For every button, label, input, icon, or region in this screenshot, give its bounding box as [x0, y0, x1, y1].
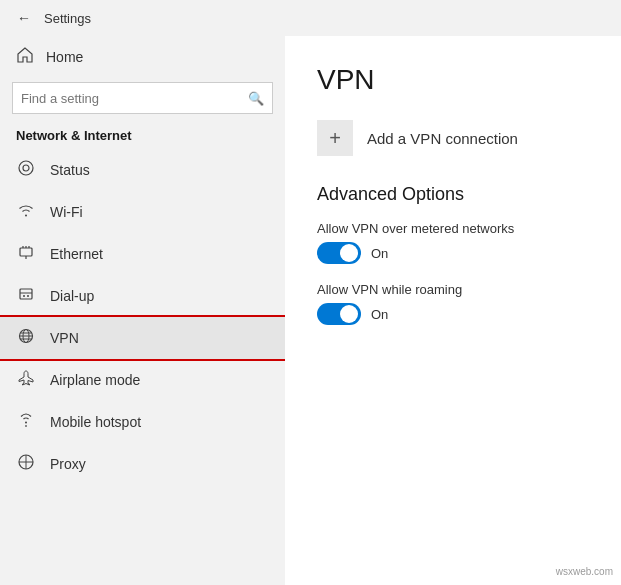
page-title: VPN — [317, 64, 589, 96]
toggle-metered[interactable] — [317, 242, 361, 264]
sidebar-item-proxy[interactable]: Proxy — [0, 443, 285, 485]
toggle-metered-row: On — [317, 242, 589, 264]
svg-point-0 — [19, 161, 33, 175]
sidebar-item-home[interactable]: Home — [0, 36, 285, 78]
watermark: wsxweb.com — [556, 566, 613, 577]
toggle-roaming[interactable] — [317, 303, 361, 325]
add-vpn-button[interactable]: + Add a VPN connection — [317, 120, 589, 156]
back-button[interactable]: ← — [12, 6, 36, 30]
plus-icon: + — [329, 127, 341, 150]
toggle-roaming-label: Allow VPN while roaming — [317, 282, 589, 297]
proxy-label: Proxy — [50, 456, 86, 472]
section-label: Network & Internet — [0, 122, 285, 149]
hotspot-icon — [16, 411, 36, 433]
dialup-icon — [16, 285, 36, 307]
toggle-metered-label: Allow VPN over metered networks — [317, 221, 589, 236]
airplane-icon — [16, 369, 36, 391]
wifi-label: Wi-Fi — [50, 204, 83, 220]
sidebar-item-wifi[interactable]: Wi-Fi — [0, 191, 285, 233]
sidebar-item-dialup[interactable]: Dial-up — [0, 275, 285, 317]
search-input[interactable] — [21, 91, 248, 106]
toggle-roaming-state: On — [371, 307, 388, 322]
add-vpn-icon: + — [317, 120, 353, 156]
sidebar-item-airplane[interactable]: Airplane mode — [0, 359, 285, 401]
hotspot-label: Mobile hotspot — [50, 414, 141, 430]
ethernet-icon — [16, 243, 36, 265]
vpn-label: VPN — [50, 330, 79, 346]
vpn-icon — [16, 327, 36, 349]
home-icon — [16, 46, 34, 68]
right-panel: VPN + Add a VPN connection Advanced Opti… — [285, 36, 621, 585]
toggle-section-roaming: Allow VPN while roaming On — [317, 282, 589, 325]
svg-point-1 — [23, 165, 29, 171]
add-vpn-label: Add a VPN connection — [367, 130, 518, 147]
svg-point-10 — [27, 295, 29, 297]
ethernet-label: Ethernet — [50, 246, 103, 262]
svg-point-9 — [23, 295, 25, 297]
title-bar-text: Settings — [44, 11, 91, 26]
sidebar: Home 🔍 Network & Internet Status — [0, 36, 285, 585]
status-label: Status — [50, 162, 90, 178]
svg-rect-2 — [20, 248, 32, 256]
proxy-icon — [16, 453, 36, 475]
airplane-label: Airplane mode — [50, 372, 140, 388]
sidebar-item-status[interactable]: Status — [0, 149, 285, 191]
advanced-options-title: Advanced Options — [317, 184, 589, 205]
main-content: Home 🔍 Network & Internet Status — [0, 36, 621, 585]
search-box: 🔍 — [12, 82, 273, 114]
toggle-section-metered: Allow VPN over metered networks On — [317, 221, 589, 264]
dialup-label: Dial-up — [50, 288, 94, 304]
title-bar: ← Settings — [0, 0, 621, 36]
home-label: Home — [46, 49, 83, 65]
wifi-icon — [16, 201, 36, 223]
sidebar-item-hotspot[interactable]: Mobile hotspot — [0, 401, 285, 443]
svg-rect-7 — [20, 289, 32, 299]
toggle-roaming-row: On — [317, 303, 589, 325]
toggle-metered-state: On — [371, 246, 388, 261]
sidebar-item-ethernet[interactable]: Ethernet — [0, 233, 285, 275]
status-icon — [16, 159, 36, 181]
sidebar-item-vpn[interactable]: VPN — [0, 317, 285, 359]
search-icon: 🔍 — [248, 91, 264, 106]
